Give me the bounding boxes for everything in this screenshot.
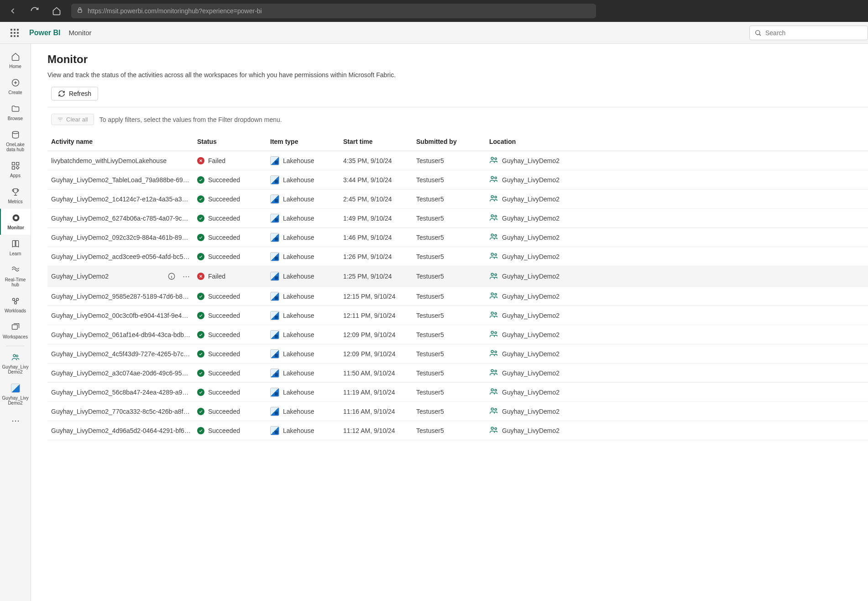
nav-item-onelake[interactable]: OneLake data hub [0, 126, 31, 157]
back-button[interactable] [5, 4, 20, 18]
location: Guyhay_LivyDemo2 [502, 369, 559, 377]
col-header-name[interactable]: Activity name [51, 138, 197, 145]
status-text: Succeeded [208, 215, 240, 222]
submitted-by: Testuser5 [416, 253, 489, 260]
nav-label: Browse [8, 116, 23, 121]
nav-item-home[interactable]: Home [0, 47, 31, 74]
status-text: Succeeded [208, 293, 240, 300]
start-time: 11:16 AM, 9/10/24 [343, 408, 416, 415]
location: Guyhay_LivyDemo2 [502, 273, 559, 280]
activity-table: Activity name Status Item type Start tim… [47, 133, 868, 440]
status-text: Succeeded [208, 350, 240, 358]
location: Guyhay_LivyDemo2 [502, 195, 559, 203]
table-row[interactable]: Guyhay_LivyDemo2_061af1e4-db94-43ca-bdb2… [47, 325, 868, 344]
nav-item-metrics[interactable]: Metrics [0, 183, 31, 209]
svg-point-34 [491, 331, 493, 333]
svg-point-31 [495, 293, 497, 295]
table-row[interactable]: Guyhay_LivyDemo2_TableLoad_79a988be-69e6… [47, 170, 868, 190]
activity-name: Guyhay_LivyDemo2_4d96a5d2-0464-4291-bf68… [51, 427, 192, 434]
nav-item-ws1[interactable]: Guyhay_Livy Demo2 [0, 348, 31, 379]
col-header-type[interactable]: Item type [270, 138, 343, 145]
svg-point-14 [16, 355, 18, 357]
submitted-by: Testuser5 [416, 215, 489, 222]
app-launcher[interactable] [7, 26, 22, 40]
search-box[interactable] [749, 26, 868, 40]
lock-icon [77, 7, 83, 15]
clear-all-button[interactable]: Clear all [51, 114, 94, 125]
activity-name: Guyhay_LivyDemo2_56c8ba47-24ea-4289-a9bb… [51, 389, 192, 396]
table-row[interactable]: Guyhay_LivyDemo2_acd3cee9-e056-4afd-bc56… [47, 247, 868, 266]
nav-item-apps[interactable]: Apps [0, 157, 31, 183]
brand[interactable]: Power BI [29, 29, 60, 37]
nav-item-browse[interactable]: Browse [0, 100, 31, 126]
search-input[interactable] [765, 29, 863, 37]
table-row[interactable]: Guyhay_LivyDemo2_6274b06a-c785-4a07-9c04… [47, 209, 868, 228]
onelake-icon [10, 129, 21, 140]
info-icon[interactable] [166, 271, 177, 282]
item-type: Lakehouse [283, 273, 314, 280]
lakehouse-icon [270, 156, 279, 165]
nav-item-workloads[interactable]: Workloads [0, 292, 31, 318]
col-header-user[interactable]: Submitted by [416, 138, 489, 145]
table-row[interactable]: Guyhay_LivyDemo2_770ca332-8c5c-426b-a8f6… [47, 402, 868, 421]
workspace-icon [489, 291, 498, 301]
submitted-by: Testuser5 [416, 176, 489, 184]
url-bar[interactable]: https://msit.powerbi.com/monitoringhub?e… [71, 4, 596, 18]
lakehouse-icon [270, 388, 279, 397]
workspace-icon [489, 330, 498, 339]
table-row[interactable]: Guyhay_LivyDemo2_4d96a5d2-0464-4291-bf68… [47, 421, 868, 440]
url-text: https://msit.powerbi.com/monitoringhub?e… [88, 7, 262, 15]
success-icon [197, 331, 204, 338]
nav-label: Home [9, 64, 21, 69]
item-type: Lakehouse [283, 293, 314, 300]
lakehouse-icon [270, 349, 279, 358]
more-icon[interactable]: ⋯ [181, 271, 192, 282]
nav-more[interactable]: ⋯ [0, 410, 31, 431]
svg-point-26 [495, 253, 497, 255]
item-type: Lakehouse [283, 389, 314, 396]
svg-point-43 [495, 408, 497, 410]
table-row[interactable]: Guyhay_LivyDemo2_a3c074ae-20d6-49c6-9509… [47, 364, 868, 383]
filter-clear-icon [57, 116, 63, 123]
col-header-status[interactable]: Status [197, 138, 270, 145]
location: Guyhay_LivyDemo2 [502, 312, 559, 319]
table-row[interactable]: Guyhay_LivyDemo2_56c8ba47-24ea-4289-a9bb… [47, 383, 868, 402]
table-row[interactable]: Guyhay_LivyDemo2_9585e287-5189-47d6-b877… [47, 287, 868, 306]
table-row[interactable]: Guyhay_LivyDemo2_1c4124c7-e12a-4a35-a399… [47, 190, 868, 209]
lakehouse-icon [270, 407, 279, 416]
table-row[interactable]: Guyhay_LivyDemo2_00c3c0fb-e904-413f-9e46… [47, 306, 868, 325]
col-header-location[interactable]: Location [489, 138, 580, 145]
reload-button[interactable] [27, 4, 42, 18]
status-text: Succeeded [208, 427, 240, 434]
col-header-time[interactable]: Start time [343, 138, 416, 145]
nav-label: Metrics [8, 199, 22, 204]
refresh-button[interactable]: Refresh [51, 87, 98, 100]
workspace-icon [489, 349, 498, 358]
nav-item-realtime[interactable]: Real-Time hub [0, 261, 31, 292]
table-row[interactable]: Guyhay_LivyDemo2 ⋯ Failed Lakehouse 1:25… [47, 266, 868, 287]
monitor-icon [10, 212, 21, 223]
table-row[interactable]: Guyhay_LivyDemo2_092c32c9-884a-461b-89e2… [47, 228, 868, 247]
home-button[interactable] [49, 4, 64, 18]
item-type: Lakehouse [283, 427, 314, 434]
status-text: Succeeded [208, 369, 240, 377]
nav-item-ws2[interactable]: Guyhay_Livy Demo2 [0, 379, 31, 410]
create-icon [10, 77, 21, 88]
nav-item-workspaces[interactable]: Workspaces [0, 318, 31, 344]
start-time: 2:45 PM, 9/10/24 [343, 195, 416, 203]
nav-item-monitor[interactable]: Monitor [0, 209, 31, 235]
submitted-by: Testuser5 [416, 369, 489, 377]
table-row[interactable]: livybatchdemo_withLivyDemoLakehouse Fail… [47, 151, 868, 170]
svg-point-28 [491, 273, 493, 275]
submitted-by: Testuser5 [416, 350, 489, 358]
workspace-icon [489, 213, 498, 223]
nav-item-learn[interactable]: Learn [0, 235, 31, 261]
svg-rect-0 [78, 10, 82, 12]
left-nav: HomeCreateBrowseOneLake data hubAppsMetr… [0, 44, 31, 601]
table-row[interactable]: Guyhay_LivyDemo2_4c5f43d9-727e-4265-b7c8… [47, 344, 868, 364]
nav-label: Workloads [5, 308, 26, 313]
submitted-by: Testuser5 [416, 312, 489, 319]
svg-point-19 [491, 195, 493, 198]
item-type: Lakehouse [283, 331, 314, 338]
nav-item-create[interactable]: Create [0, 74, 31, 100]
